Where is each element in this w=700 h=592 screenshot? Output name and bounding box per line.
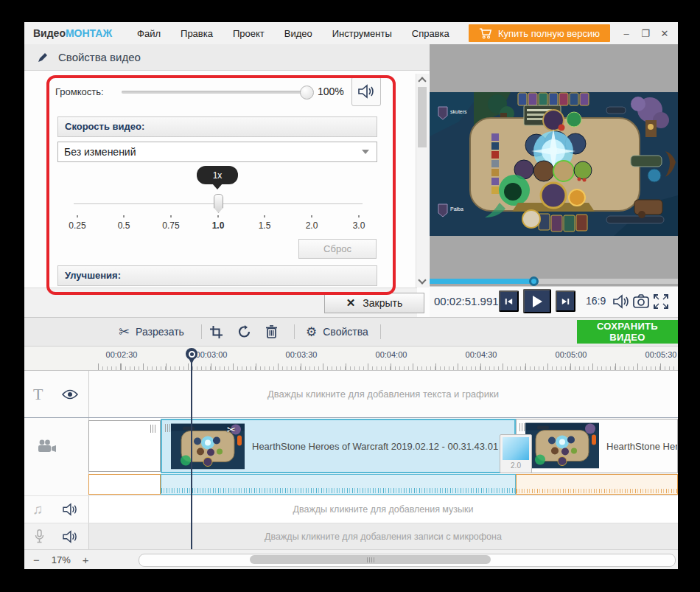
scissors-icon: ✂	[119, 324, 130, 340]
prev-frame-icon	[505, 297, 513, 306]
mic-track-header	[24, 523, 89, 549]
mic-track-hint: Дважды кликните для добавления записи с …	[88, 523, 678, 549]
chevron-down-icon	[362, 150, 369, 154]
selected-video-clip[interactable]: ✂ HearthStone Heroes of Warcraft 2019.02…	[161, 419, 516, 473]
panel-scrollbar[interactable]	[416, 74, 429, 288]
volume-slider-track[interactable]	[122, 91, 307, 94]
clip-thumbnail	[525, 422, 599, 469]
music-track-header: ♫	[24, 496, 89, 523]
seek-bar[interactable]	[430, 279, 678, 284]
timeline-ruler[interactable]: 00:02:30 00:03:00 00:03:30 00:04:00 00:0…	[24, 347, 678, 371]
microphone-track[interactable]: Дважды кликните для добавления записи с …	[24, 523, 678, 549]
properties-button[interactable]: ⚙ Свойства	[306, 318, 368, 346]
menu-help[interactable]: Справка	[412, 28, 449, 39]
preview-volume-icon[interactable]	[612, 294, 630, 309]
emote-strip	[491, 133, 499, 194]
player-controls: 00:02:51.991 16:9	[430, 286, 678, 318]
cut-label: Разрезать	[136, 326, 184, 338]
speed-tooltip-tail	[212, 184, 223, 189]
maximize-button[interactable]: ❐	[640, 28, 651, 39]
previous-frame-button[interactable]	[499, 290, 519, 312]
speed-tick-label[interactable]: 1.5	[248, 220, 281, 231]
close-panel-button[interactable]: ✕ Закрыть	[324, 293, 424, 313]
close-button[interactable]: ✕	[659, 28, 671, 39]
audio-segment-2[interactable]	[516, 474, 678, 495]
audio-segment-empty[interactable]	[88, 474, 161, 495]
text-track-header: T	[24, 371, 89, 417]
zoom-level: 17%	[52, 554, 71, 565]
timeline-zoom-bar: − 17% +	[24, 549, 678, 569]
timeline-scrollbar-thumb[interactable]	[250, 555, 491, 564]
music-volume-icon[interactable]	[62, 503, 78, 516]
speed-tick-label[interactable]: 3.0	[343, 220, 375, 231]
current-time: 00:02:51.991	[434, 295, 499, 307]
zoom-in-button[interactable]: +	[83, 554, 89, 566]
mic-volume-icon[interactable]	[62, 530, 78, 543]
empty-clip[interactable]	[88, 420, 161, 472]
tick-dot	[170, 215, 172, 217]
panel-scrollbar-thumb[interactable]	[418, 87, 427, 147]
fullscreen-icon[interactable]	[654, 294, 668, 309]
cut-button[interactable]: ✂ Разрезать	[119, 318, 184, 346]
tick-dot	[77, 215, 78, 217]
zoom-out-button[interactable]: −	[33, 554, 40, 566]
transition-duration: 2.0	[511, 462, 521, 470]
volume-slider-handle[interactable]	[300, 86, 314, 100]
save-video-button[interactable]: СОХРАНИТЬ ВИДЕО	[577, 320, 678, 344]
speed-dropdown[interactable]: Без изменений	[57, 142, 377, 162]
toolbar-separator	[294, 324, 295, 339]
buy-button-label: Купить полную версию	[498, 28, 600, 39]
timeline-scrollbar[interactable]	[139, 554, 676, 567]
menu-video[interactable]: Видео	[284, 28, 312, 39]
reset-button[interactable]: Сброс	[298, 239, 377, 259]
transition-element[interactable]: 2.0	[500, 434, 532, 473]
play-button[interactable]	[523, 289, 551, 313]
crop-button[interactable]	[210, 318, 223, 346]
gear-icon: ⚙	[306, 324, 317, 340]
clip-grip[interactable]	[150, 425, 157, 433]
tick-dot	[264, 215, 265, 217]
speed-tick-label[interactable]: 0.5	[108, 220, 140, 231]
menu-edit[interactable]: Правка	[181, 28, 213, 39]
playhead-line[interactable]	[191, 363, 192, 549]
clip-title: HearthStone Heroes	[606, 419, 678, 473]
scroll-down-icon[interactable]	[418, 276, 426, 284]
music-note-icon: ♫	[32, 501, 43, 518]
delete-button[interactable]	[266, 318, 277, 346]
audio-strip-track[interactable]	[24, 474, 678, 496]
aspect-ratio[interactable]: 16:9	[586, 295, 606, 307]
snapshot-camera-icon[interactable]	[633, 294, 649, 308]
ruler-label: 00:04:00	[371, 350, 412, 359]
minimize-button[interactable]: –	[620, 28, 632, 39]
panel-title: Свойства видео	[58, 51, 141, 63]
menu-project[interactable]: Проект	[233, 28, 265, 39]
video-clip-2[interactable]: HearthStone Heroes	[516, 419, 678, 473]
audio-segment-selected[interactable]	[161, 474, 516, 495]
preview-pane: skuters Paiba 00:02:51.991	[430, 44, 678, 317]
waveform	[517, 489, 677, 493]
enhancements-section-header[interactable]: Улучшения:	[57, 265, 377, 286]
cart-icon	[479, 28, 492, 39]
text-track[interactable]: T Дважды кликните для добавления текста …	[24, 371, 678, 418]
music-track[interactable]: ♫ Дважды кликните для добавления музыки	[24, 496, 678, 523]
buy-full-version-button[interactable]: Купить полную версию	[469, 24, 610, 42]
rotate-button[interactable]	[238, 318, 251, 346]
eye-icon[interactable]	[62, 389, 78, 400]
tick-dot	[311, 215, 312, 217]
speed-slider-handle[interactable]	[214, 194, 223, 213]
speed-tick-label[interactable]: 0.25	[61, 220, 94, 231]
speed-tick-label-selected[interactable]: 1.0	[202, 220, 234, 231]
camcorder-icon	[38, 439, 57, 453]
seek-handle[interactable]	[529, 276, 539, 286]
speed-tick-label[interactable]: 0.75	[155, 220, 187, 231]
menu-tools[interactable]: Инструменты	[332, 28, 392, 39]
video-track[interactable]: ✂ HearthStone Heroes of Warcraft 2019.02…	[24, 418, 678, 474]
speed-tick-label[interactable]: 2.0	[295, 220, 328, 231]
scroll-up-icon[interactable]	[418, 77, 426, 85]
close-button-label: Закрыть	[363, 297, 402, 309]
next-frame-button[interactable]	[556, 290, 575, 312]
menu-file[interactable]: Файл	[137, 28, 161, 39]
rotate-icon	[238, 325, 251, 338]
mute-toggle-button[interactable]	[351, 77, 381, 106]
speed-dropdown-value: Без изменений	[64, 146, 136, 158]
